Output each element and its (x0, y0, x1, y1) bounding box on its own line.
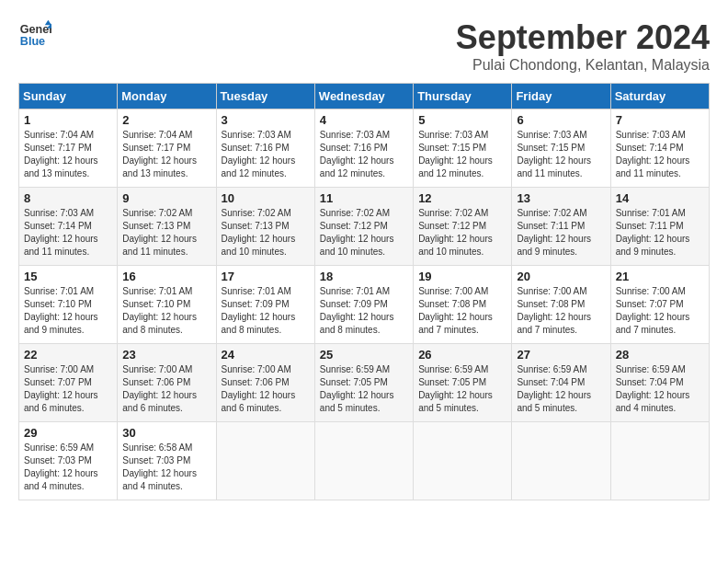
table-row: 16 Sunrise: 7:01 AM Sunset: 7:10 PM Dayl… (118, 266, 216, 344)
day-info: Sunrise: 7:01 AM Sunset: 7:10 PM Dayligh… (24, 285, 112, 337)
header-sunday: Sunday (19, 84, 118, 109)
day-number: 2 (122, 113, 210, 127)
day-number: 23 (122, 348, 210, 362)
day-number: 11 (320, 191, 408, 205)
day-info: Sunrise: 7:03 AM Sunset: 7:14 PM Dayligh… (24, 207, 112, 259)
day-info: Sunrise: 7:00 AM Sunset: 7:08 PM Dayligh… (517, 285, 605, 337)
day-number: 17 (222, 270, 310, 283)
table-row (314, 422, 413, 500)
day-info: Sunrise: 7:02 AM Sunset: 7:12 PM Dayligh… (418, 207, 506, 259)
table-row: 3 Sunrise: 7:03 AM Sunset: 7:16 PM Dayli… (216, 109, 314, 188)
header-thursday: Thursday (414, 84, 512, 109)
table-row: 29 Sunrise: 6:59 AM Sunset: 7:03 PM Dayl… (19, 422, 118, 500)
logo: General Blue (18, 18, 51, 52)
table-row: 18 Sunrise: 7:01 AM Sunset: 7:09 PM Dayl… (314, 266, 413, 344)
day-number: 13 (517, 191, 605, 205)
table-row: 8 Sunrise: 7:03 AM Sunset: 7:14 PM Dayli… (19, 188, 118, 266)
day-info: Sunrise: 6:59 AM Sunset: 7:03 PM Dayligh… (24, 442, 112, 493)
title-section: September 2024 Pulai Chondong, Kelantan,… (456, 18, 710, 74)
day-info: Sunrise: 7:00 AM Sunset: 7:08 PM Dayligh… (418, 285, 506, 337)
day-number: 3 (222, 113, 310, 127)
table-row: 27 Sunrise: 6:59 AM Sunset: 7:04 PM Dayl… (512, 344, 610, 422)
table-row: 11 Sunrise: 7:02 AM Sunset: 7:12 PM Dayl… (314, 188, 413, 266)
day-info: Sunrise: 7:01 AM Sunset: 7:10 PM Dayligh… (122, 285, 210, 337)
day-number: 22 (24, 348, 112, 362)
day-info: Sunrise: 7:04 AM Sunset: 7:17 PM Dayligh… (24, 129, 112, 180)
table-row: 26 Sunrise: 6:59 AM Sunset: 7:05 PM Dayl… (414, 344, 512, 422)
day-info: Sunrise: 7:03 AM Sunset: 7:16 PM Dayligh… (320, 129, 408, 180)
table-row: 4 Sunrise: 7:03 AM Sunset: 7:16 PM Dayli… (314, 109, 413, 188)
day-number: 7 (616, 113, 704, 127)
day-info: Sunrise: 7:02 AM Sunset: 7:11 PM Dayligh… (517, 207, 605, 259)
table-row: 7 Sunrise: 7:03 AM Sunset: 7:14 PM Dayli… (610, 109, 709, 188)
table-row: 20 Sunrise: 7:00 AM Sunset: 7:08 PM Dayl… (512, 266, 610, 344)
table-row: 21 Sunrise: 7:00 AM Sunset: 7:07 PM Dayl… (610, 266, 709, 344)
table-row: 23 Sunrise: 7:00 AM Sunset: 7:06 PM Dayl… (118, 344, 216, 422)
table-row: 2 Sunrise: 7:04 AM Sunset: 7:17 PM Dayli… (118, 109, 216, 188)
day-number: 1 (24, 113, 112, 127)
table-row: 17 Sunrise: 7:01 AM Sunset: 7:09 PM Dayl… (216, 266, 314, 344)
day-number: 21 (616, 270, 704, 283)
day-number: 12 (418, 191, 506, 205)
header-friday: Friday (512, 84, 610, 109)
table-row (216, 422, 314, 500)
day-number: 8 (24, 191, 112, 205)
day-number: 5 (418, 113, 506, 127)
page-header: General Blue September 2024 Pulai Chondo… (18, 18, 710, 74)
table-row (414, 422, 512, 500)
table-row: 19 Sunrise: 7:00 AM Sunset: 7:08 PM Dayl… (414, 266, 512, 344)
day-info: Sunrise: 7:03 AM Sunset: 7:16 PM Dayligh… (222, 129, 310, 180)
day-number: 19 (418, 270, 506, 283)
day-info: Sunrise: 7:01 AM Sunset: 7:09 PM Dayligh… (222, 285, 310, 337)
day-info: Sunrise: 7:00 AM Sunset: 7:07 PM Dayligh… (616, 285, 704, 337)
table-row: 30 Sunrise: 6:58 AM Sunset: 7:03 PM Dayl… (118, 422, 216, 500)
day-info: Sunrise: 7:02 AM Sunset: 7:13 PM Dayligh… (222, 207, 310, 259)
header-monday: Monday (118, 84, 216, 109)
day-number: 4 (320, 113, 408, 127)
day-number: 29 (24, 426, 112, 440)
header-saturday: Saturday (610, 84, 709, 109)
day-number: 28 (616, 348, 704, 362)
day-number: 26 (418, 348, 506, 362)
day-info: Sunrise: 6:59 AM Sunset: 7:04 PM Dayligh… (517, 363, 605, 415)
day-info: Sunrise: 7:03 AM Sunset: 7:14 PM Dayligh… (616, 129, 704, 180)
day-info: Sunrise: 7:00 AM Sunset: 7:06 PM Dayligh… (122, 363, 210, 415)
day-number: 27 (517, 348, 605, 362)
table-row: 6 Sunrise: 7:03 AM Sunset: 7:15 PM Dayli… (512, 109, 610, 188)
week-row-3: 15 Sunrise: 7:01 AM Sunset: 7:10 PM Dayl… (19, 266, 710, 344)
day-info: Sunrise: 6:59 AM Sunset: 7:04 PM Dayligh… (616, 363, 704, 415)
table-row: 25 Sunrise: 6:59 AM Sunset: 7:05 PM Dayl… (314, 344, 413, 422)
calendar-table: Sunday Monday Tuesday Wednesday Thursday… (18, 83, 710, 500)
day-number: 10 (222, 191, 310, 205)
calendar-subtitle: Pulai Chondong, Kelantan, Malaysia (456, 57, 710, 74)
header-row: Sunday Monday Tuesday Wednesday Thursday… (19, 84, 710, 109)
day-number: 15 (24, 270, 112, 283)
day-number: 30 (122, 426, 210, 440)
week-row-2: 8 Sunrise: 7:03 AM Sunset: 7:14 PM Dayli… (19, 188, 710, 266)
week-row-5: 29 Sunrise: 6:59 AM Sunset: 7:03 PM Dayl… (19, 422, 710, 500)
day-info: Sunrise: 7:00 AM Sunset: 7:07 PM Dayligh… (24, 363, 112, 415)
week-row-4: 22 Sunrise: 7:00 AM Sunset: 7:07 PM Dayl… (19, 344, 710, 422)
logo-icon: General Blue (18, 18, 51, 52)
day-info: Sunrise: 7:00 AM Sunset: 7:06 PM Dayligh… (222, 363, 310, 415)
day-number: 6 (517, 113, 605, 127)
day-number: 25 (320, 348, 408, 362)
table-row: 12 Sunrise: 7:02 AM Sunset: 7:12 PM Dayl… (414, 188, 512, 266)
header-tuesday: Tuesday (216, 84, 314, 109)
day-info: Sunrise: 7:02 AM Sunset: 7:13 PM Dayligh… (122, 207, 210, 259)
day-info: Sunrise: 7:01 AM Sunset: 7:11 PM Dayligh… (616, 207, 704, 259)
day-info: Sunrise: 7:04 AM Sunset: 7:17 PM Dayligh… (122, 129, 210, 180)
svg-text:Blue: Blue (20, 35, 45, 48)
table-row: 9 Sunrise: 7:02 AM Sunset: 7:13 PM Dayli… (118, 188, 216, 266)
table-row: 15 Sunrise: 7:01 AM Sunset: 7:10 PM Dayl… (19, 266, 118, 344)
table-row: 1 Sunrise: 7:04 AM Sunset: 7:17 PM Dayli… (19, 109, 118, 188)
table-row: 10 Sunrise: 7:02 AM Sunset: 7:13 PM Dayl… (216, 188, 314, 266)
day-info: Sunrise: 7:02 AM Sunset: 7:12 PM Dayligh… (320, 207, 408, 259)
day-number: 14 (616, 191, 704, 205)
table-row: 13 Sunrise: 7:02 AM Sunset: 7:11 PM Dayl… (512, 188, 610, 266)
table-row: 22 Sunrise: 7:00 AM Sunset: 7:07 PM Dayl… (19, 344, 118, 422)
day-info: Sunrise: 7:03 AM Sunset: 7:15 PM Dayligh… (418, 129, 506, 180)
table-row: 24 Sunrise: 7:00 AM Sunset: 7:06 PM Dayl… (216, 344, 314, 422)
day-number: 20 (517, 270, 605, 283)
table-row: 28 Sunrise: 6:59 AM Sunset: 7:04 PM Dayl… (610, 344, 709, 422)
